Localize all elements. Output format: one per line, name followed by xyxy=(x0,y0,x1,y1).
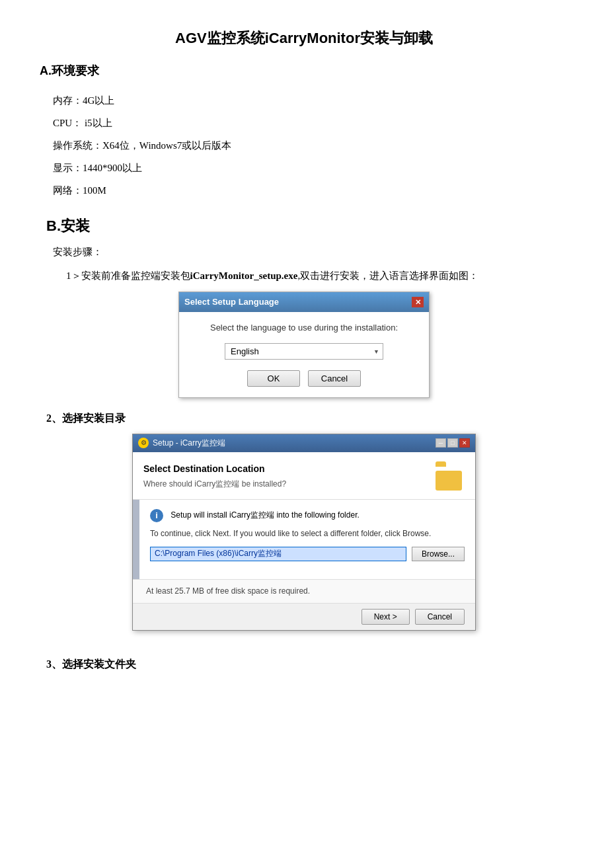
lang-dialog-title: Select Setup Language xyxy=(184,296,279,309)
lang-dialog-titlebar: Select Setup Language ✕ xyxy=(179,292,429,313)
setup-dialog: ⚙ Setup - iCarry监控端 ─ □ ✕ Select Destina… xyxy=(132,434,476,631)
lang-dialog: Select Setup Language ✕ Select the langu… xyxy=(178,292,430,399)
setup-titlebar-left: ⚙ Setup - iCarry监控端 xyxy=(138,437,225,450)
close-button[interactable]: ✕ xyxy=(459,438,470,448)
setup-titlebar: ⚙ Setup - iCarry监控端 ─ □ ✕ xyxy=(133,434,475,452)
step2-heading: 2、选择安装目录 xyxy=(46,410,568,427)
lang-dialog-container: Select Setup Language ✕ Select the langu… xyxy=(40,292,568,399)
requirements-list: 内存：4G以上 CPU： i5以上 操作系统：X64位，Windows7或以后版… xyxy=(40,93,568,198)
req-display: 显示：1440*900以上 xyxy=(53,160,568,176)
lang-select[interactable]: English xyxy=(225,343,383,360)
step1-text: 1＞安装前准备监控端安装包iCarryMonitor_setup.exe,双击进… xyxy=(66,268,568,285)
restore-button[interactable]: □ xyxy=(447,438,458,448)
section-a-heading: A.环境要求 xyxy=(40,61,568,81)
req-network: 网络：100M xyxy=(53,182,568,198)
lang-ok-button[interactable]: OK xyxy=(247,370,300,387)
step1-exe: iCarryMonitor_setup.exe xyxy=(190,270,298,281)
setup-content-area: i Setup will install iCarry监控端 into the … xyxy=(139,500,475,579)
setup-left-stripe xyxy=(133,500,139,579)
setup-header-text: Select Destination Location Where should… xyxy=(143,461,286,491)
lang-dialog-subtitle: Select the language to use during the in… xyxy=(210,321,398,335)
setup-header-sub: Where should iCarry监控端 be installed? xyxy=(143,478,286,491)
step1-part2: ,双击进行安装，进入语言选择界面如图： xyxy=(297,270,478,281)
lang-dialog-close-button[interactable]: ✕ xyxy=(412,297,424,307)
setup-dialog-container: ⚙ Setup - iCarry监控端 ─ □ ✕ Select Destina… xyxy=(40,434,568,644)
setup-cancel-button[interactable]: Cancel xyxy=(415,609,465,625)
steps-label: 安装步骤： xyxy=(53,244,568,260)
lang-dialog-buttons: OK Cancel xyxy=(247,370,361,387)
section-b-heading: B.安装 xyxy=(46,214,568,237)
req-os: 操作系统：X64位，Windows7或以后版本 xyxy=(53,138,568,153)
page-title: AGV监控系统iCarryMonitor安装与卸载 xyxy=(40,26,568,50)
setup-install-note: i Setup will install iCarry监控端 into the … xyxy=(150,509,465,522)
folder-shape xyxy=(436,471,462,491)
step3-heading: 3、选择安装文件夹 xyxy=(46,656,568,673)
minimize-button[interactable]: ─ xyxy=(436,438,446,448)
setup-continue-note: To continue, click Next. If you would li… xyxy=(150,528,465,540)
req-cpu: CPU： i5以上 xyxy=(53,115,568,131)
setup-space-note: At least 25.7 MB of free disk space is r… xyxy=(133,579,475,603)
setup-path-input[interactable] xyxy=(150,547,406,561)
setup-path-row: Browse... xyxy=(150,547,465,561)
install-note-text: Setup will install iCarry监控端 into the fo… xyxy=(171,510,359,520)
lang-dialog-body: Select the language to use during the in… xyxy=(179,312,429,397)
setup-folder-icon xyxy=(436,461,465,491)
setup-header-bold: Select Destination Location xyxy=(143,461,286,476)
req-memory: 内存：4G以上 xyxy=(53,93,568,108)
lang-select-row: English xyxy=(192,343,416,360)
setup-main-content: i Setup will install iCarry监控端 into the … xyxy=(139,500,475,579)
setup-with-stripe: i Setup will install iCarry监控端 into the … xyxy=(133,500,475,579)
setup-dialog-title: Setup - iCarry监控端 xyxy=(153,437,225,450)
folder-tab xyxy=(436,461,446,467)
lang-cancel-button[interactable]: Cancel xyxy=(308,370,361,387)
lang-select-wrapper[interactable]: English xyxy=(225,343,383,360)
setup-header-section: Select Destination Location Where should… xyxy=(133,452,475,500)
next-button[interactable]: Next > xyxy=(361,609,410,625)
setup-titlebar-controls: ─ □ ✕ xyxy=(436,438,470,448)
setup-footer: Next > Cancel xyxy=(133,603,475,630)
browse-button[interactable]: Browse... xyxy=(412,547,465,561)
info-icon: i xyxy=(150,509,163,522)
setup-body: Select Destination Location Where should… xyxy=(133,452,475,630)
setup-app-icon: ⚙ xyxy=(138,438,149,448)
step1-part1: 1＞安装前准备监控端安装包 xyxy=(66,270,190,281)
